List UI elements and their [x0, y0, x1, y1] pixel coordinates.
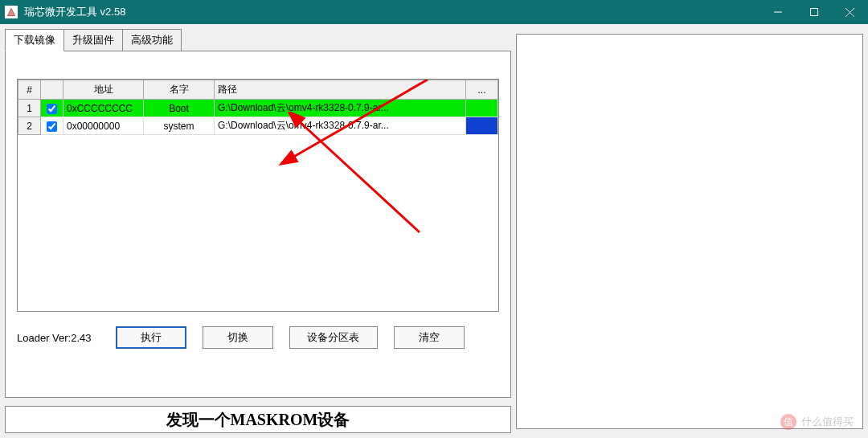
switch-button[interactable]: 切换 [203, 326, 273, 349]
row-browse[interactable] [466, 100, 498, 117]
tab-bar: 下载镜像 升级固件 高级功能 [5, 29, 511, 51]
tab-upgrade-firmware[interactable]: 升级固件 [63, 29, 123, 51]
close-button[interactable] [832, 0, 868, 24]
table-row[interactable]: 1 0xCCCCCCCC Boot G:\Download\云\omv4-rk3… [18, 100, 498, 117]
row-checkbox[interactable] [47, 104, 57, 114]
svg-line-5 [297, 120, 420, 232]
loader-version-label: Loader Ver:2.43 [17, 332, 92, 344]
row-number: 2 [18, 117, 41, 135]
execute-button[interactable]: 执行 [116, 326, 186, 349]
log-panel[interactable] [516, 34, 863, 429]
col-header-name[interactable]: 名字 [144, 80, 215, 100]
app-icon [5, 6, 18, 18]
row-checkbox[interactable] [47, 121, 57, 132]
watermark: 值 什么值得买 [780, 414, 854, 430]
row-browse[interactable] [466, 117, 498, 135]
row-number: 1 [18, 100, 41, 117]
tab-advanced[interactable]: 高级功能 [122, 29, 182, 51]
table-row[interactable]: 2 0x00000000 system G:\Download\云\omv4-r… [18, 117, 498, 135]
col-header-address[interactable]: 地址 [63, 80, 144, 100]
row-path[interactable]: G:\Download\云\omv4-rk3328-0.7.9-ar... [215, 100, 466, 117]
svg-rect-1 [810, 9, 817, 16]
col-header-more[interactable]: ... [466, 80, 498, 100]
status-message: 发现一个MASKROM设备 [166, 409, 350, 431]
col-header-path[interactable]: 路径 [215, 80, 466, 100]
col-header-checkbox[interactable] [41, 80, 63, 100]
watermark-icon: 值 [780, 414, 796, 430]
partition-table[interactable]: # 地址 名字 路径 ... 1 0xCCCCCCCC [17, 79, 499, 312]
tab-panel: # 地址 名字 路径 ... 1 0xCCCCCCCC [5, 51, 511, 398]
clear-button[interactable]: 清空 [394, 326, 465, 349]
row-address[interactable]: 0x00000000 [63, 117, 144, 135]
titlebar: 瑞芯微开发工具 v2.58 [0, 0, 868, 24]
status-bar: 发现一个MASKROM设备 [5, 406, 511, 433]
partition-table-button[interactable]: 设备分区表 [289, 326, 378, 349]
maximize-button[interactable] [796, 0, 832, 24]
row-path[interactable]: G:\Download\云\omv4-rk3328-0.7.9-ar... [215, 117, 466, 135]
watermark-text: 什么值得买 [801, 415, 854, 429]
col-header-num[interactable]: # [18, 80, 41, 100]
tab-download-image[interactable]: 下载镜像 [5, 29, 64, 51]
minimize-button[interactable] [760, 0, 796, 24]
window-title: 瑞芯微开发工具 v2.58 [24, 5, 760, 19]
row-name[interactable]: system [144, 117, 215, 135]
row-name[interactable]: Boot [144, 100, 215, 117]
row-address[interactable]: 0xCCCCCCCC [63, 100, 144, 117]
